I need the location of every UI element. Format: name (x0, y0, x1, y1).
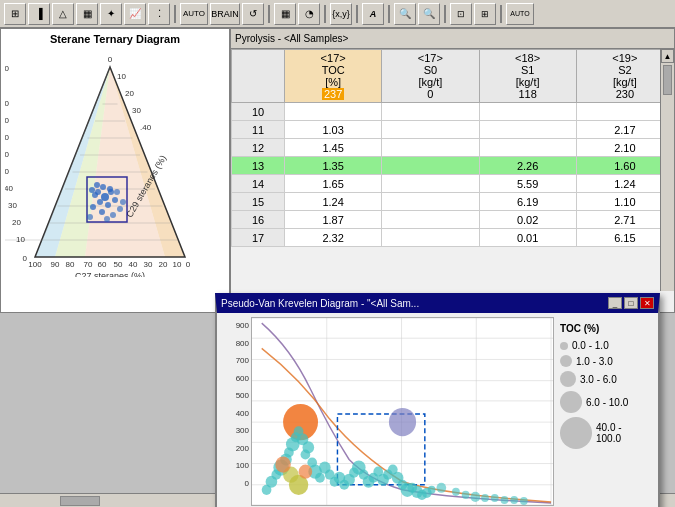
separator-4 (356, 5, 358, 23)
cell-s1: 2.26 (479, 157, 576, 175)
table-row: 16 1.87 0.02 2.71 (232, 211, 674, 229)
svg-point-92 (302, 441, 314, 453)
cell-toc: 1.65 (285, 175, 382, 193)
svg-text:10: 10 (16, 235, 25, 244)
svg-point-131 (510, 496, 518, 504)
brain-icon[interactable]: BRAIN (210, 3, 240, 25)
font-icon[interactable]: A (362, 3, 384, 25)
legend-circle-3 (560, 391, 582, 413)
cell-s0 (382, 103, 479, 121)
svg-point-63 (120, 199, 126, 205)
svg-point-128 (481, 494, 489, 502)
y-label-800: 800 (236, 339, 249, 348)
cell-toc: 1.35 (285, 157, 382, 175)
row-number: 16 (232, 211, 285, 229)
zoom-in-icon[interactable]: 🔍 (394, 3, 416, 25)
row-number: 10 (232, 103, 285, 121)
vertical-scrollbar[interactable]: ▲ ▼ (660, 49, 674, 291)
cell-toc: 1.24 (285, 193, 382, 211)
histogram-icon[interactable]: ▦ (76, 3, 98, 25)
row-number: 12 (232, 139, 285, 157)
svg-text:60: 60 (98, 260, 107, 269)
pvk-chart-svg (252, 318, 553, 505)
col-s2-header: <19>S2[kg/t]230 (576, 50, 673, 103)
line-chart-icon[interactable]: 📈 (124, 3, 146, 25)
y-label-400: 400 (236, 409, 249, 418)
ternary-chart-area: 0 10 20 30 40 50 60 70 80 90 100 0 10 20… (5, 47, 225, 287)
svg-point-124 (436, 483, 446, 493)
table-row: 14 1.65 5.59 1.24 (232, 175, 674, 193)
cell-s0 (382, 157, 479, 175)
svg-text:0: 0 (108, 55, 113, 64)
auto2-icon[interactable]: AUTO (506, 3, 534, 25)
svg-text:30: 30 (8, 201, 17, 210)
separator-2 (268, 5, 270, 23)
svg-text:50: 50 (5, 167, 10, 176)
legend-item-0: 0.0 - 1.0 (560, 340, 648, 351)
legend-label-2: 3.0 - 6.0 (580, 374, 617, 385)
star-icon[interactable]: ✦ (100, 3, 122, 25)
xy-icon[interactable]: {x,y} (330, 3, 352, 25)
svg-point-129 (491, 494, 499, 502)
separator-1 (174, 5, 176, 23)
y-label-300: 300 (236, 426, 249, 435)
table-header-label: Pyrolysis - <All Samples> (235, 33, 348, 44)
auto-icon[interactable]: AUTO (180, 3, 208, 25)
cell-toc (285, 103, 382, 121)
y-label-600: 600 (236, 374, 249, 383)
zoom-out-icon[interactable]: 🔍 (418, 3, 440, 25)
ternary-svg: 0 10 20 30 40 50 60 70 80 90 100 0 10 20… (5, 47, 215, 277)
pvk-legend: TOC (%) 0.0 - 1.0 1.0 - 3.0 3.0 - 6.0 6.… (554, 317, 654, 507)
svg-text:30: 30 (132, 106, 141, 115)
bar-chart-icon[interactable]: ▐ (28, 3, 50, 25)
zoom-fit-icon[interactable]: ⊡ (450, 3, 472, 25)
table-row: 10 (232, 103, 674, 121)
cell-s0 (382, 139, 479, 157)
cell-toc: 1.45 (285, 139, 382, 157)
cell-toc: 1.03 (285, 121, 382, 139)
pvk-close-btn[interactable]: ✕ (640, 297, 654, 309)
cell-s0 (382, 229, 479, 247)
scatter-icon[interactable]: ⁚ (148, 3, 170, 25)
svg-text:20: 20 (159, 260, 168, 269)
svg-text:80: 80 (66, 260, 75, 269)
table-icon[interactable]: ▦ (274, 3, 296, 25)
svg-text:50: 50 (114, 260, 123, 269)
svg-text:70: 70 (84, 260, 93, 269)
pie-icon[interactable]: ◔ (298, 3, 320, 25)
cell-s2: 1.24 (576, 175, 673, 193)
zoom-custom-icon[interactable]: ⊞ (474, 3, 496, 25)
svg-point-125 (452, 488, 460, 496)
svg-text:C27 steranes (%): C27 steranes (%) (75, 271, 145, 277)
col-s1-header: <18>S1[kg/t]118 (479, 50, 576, 103)
col-toc-header: <17>TOC[%]237 (285, 50, 382, 103)
cell-s1: 0.01 (479, 229, 576, 247)
cell-s0 (382, 193, 479, 211)
svg-text:40: 40 (5, 184, 14, 193)
svg-text:0: 0 (186, 260, 191, 269)
table-row: 11 1.03 2.17 (232, 121, 674, 139)
legend-item-4: 40.0 - 100.0 (560, 417, 648, 449)
pvk-content: 900 800 700 600 500 400 300 200 100 0 (217, 313, 658, 507)
pvk-popup: Pseudo-Van Krevelen Diagram - "<All Sam.… (215, 293, 660, 507)
svg-point-46 (97, 199, 103, 205)
row-number: 13 (232, 157, 285, 175)
svg-point-61 (104, 216, 110, 222)
grid-icon[interactable]: ⊞ (4, 3, 26, 25)
y-label-100: 100 (236, 461, 249, 470)
table-scroll[interactable]: <17>TOC[%]237 <17>S0[kg/t]0 <18>S1[kg/t]… (231, 49, 674, 291)
legend-label-4: 40.0 - 100.0 (596, 422, 648, 444)
triangle-icon[interactable]: △ (52, 3, 74, 25)
svg-text:.40: .40 (140, 123, 152, 132)
cycle-icon[interactable]: ↺ (242, 3, 264, 25)
cell-s0 (382, 121, 479, 139)
table-row: 12 1.45 2.10 (232, 139, 674, 157)
cell-s2: 1.60 (576, 157, 673, 175)
pvk-minimize-btn[interactable]: _ (608, 297, 622, 309)
pvk-window-buttons: _ □ ✕ (608, 297, 654, 309)
ternary-diagram-title: Sterane Ternary Diagram (1, 29, 229, 47)
cell-s1: 0.02 (479, 211, 576, 229)
pvk-title: Pseudo-Van Krevelen Diagram - "<All Sam.… (221, 298, 419, 309)
svg-point-60 (107, 186, 113, 192)
pvk-maximize-btn[interactable]: □ (624, 297, 638, 309)
